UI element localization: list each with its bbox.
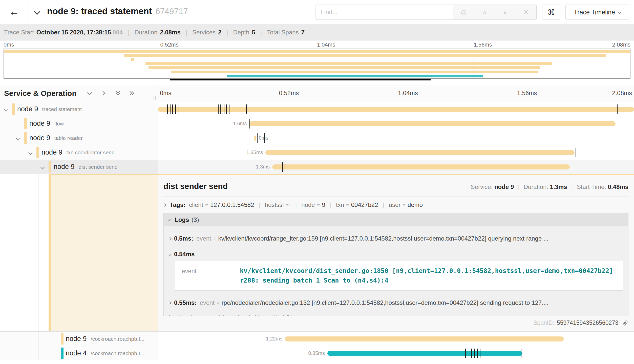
span-bar[interactable]	[327, 351, 522, 356]
summary-label: Trace Start	[4, 29, 34, 36]
span-name-cell[interactable]: node 9dist sender send	[0, 160, 158, 174]
log-field-value: kv/kvclient/kvcoord/range_iter.go:159 [n…	[218, 235, 548, 242]
find-input[interactable]	[315, 5, 453, 19]
span-name[interactable]: node 4/cockroach.roachpb.I...	[66, 346, 144, 360]
log-field-value: kv/kvclient/kvcoord/dist_sender.go:1850 …	[240, 266, 614, 285]
span-name-cell[interactable]: node 9table reader	[0, 131, 158, 145]
summary-separator: |	[186, 29, 187, 36]
span-name[interactable]: node 9traced statement	[17, 102, 82, 116]
find-clear-icon[interactable]: ✕	[523, 8, 529, 16]
indent-guide	[14, 174, 14, 331]
span-row[interactable]: node 9txn coordinator send1.35ms	[0, 145, 634, 160]
log-timestamp: 0.54ms	[174, 251, 195, 258]
collapse-one-icon[interactable]	[86, 90, 93, 97]
span-name[interactable]: node 9txn coordinator send	[41, 145, 115, 160]
minimap-axis-label: 1.04ms	[317, 41, 335, 48]
span-name-cell[interactable]: node 9/cockroach.roachpb.I...	[0, 332, 158, 346]
keyboard-shortcuts-button[interactable]: ⌘	[542, 5, 560, 20]
log-marker-tick	[187, 104, 187, 114]
span-rows-bottom: node 9/cockroach.roachpb.I...1.22msnode …	[0, 332, 634, 360]
span-row[interactable]: node 9traced statement	[0, 102, 634, 116]
minimap-scroll-track	[4, 79, 630, 82]
collapse-all-icon[interactable]	[114, 90, 122, 97]
span-name[interactable]: node 9/cockroach.roachpb.I...	[66, 332, 144, 346]
log-detail-card: eventkv/kvclient/kvcoord/dist_sender.go:…	[175, 261, 623, 291]
span-name[interactable]: node 9table reader	[29, 131, 83, 145]
span-bar[interactable]	[285, 336, 564, 341]
timeline-gridline	[277, 102, 277, 174]
span-bar[interactable]	[249, 121, 615, 126]
span-bar[interactable]	[272, 164, 570, 169]
span-row[interactable]: node 9dist sender send1.3ms	[0, 160, 634, 174]
span-row[interactable]: node 4/cockroach.roachpb.I...0.85ms	[0, 346, 634, 360]
trace-collapse-chevron-icon[interactable]	[34, 9, 40, 15]
header-divider	[29, 0, 29, 24]
log-marker-tick	[474, 349, 475, 358]
span-name[interactable]: node 9flow	[29, 116, 64, 131]
span-row[interactable]: node 9flow1.6ms	[0, 116, 634, 131]
span-toggle-chevron-icon[interactable]	[16, 136, 20, 141]
column-resize-grip[interactable]	[154, 96, 156, 100]
timeline-axis-label: 0ms	[160, 90, 171, 97]
log-entry[interactable]: 0.54ms	[169, 251, 623, 258]
tag-value: 9	[322, 201, 325, 208]
expand-one-icon[interactable]	[100, 90, 108, 97]
logs-entries: 0.5ms:event=kv/kvclient/kvcoord/range_it…	[164, 235, 628, 306]
span-name-cell[interactable]: node 4/cockroach.roachpb.I...	[0, 346, 158, 360]
log-marker-tick	[226, 104, 227, 114]
log-entry[interactable]: 0.55ms:event=rpc/nodedialer/nodedialer.g…	[169, 299, 623, 306]
span-bar[interactable]	[265, 150, 574, 155]
chevron-right-icon	[169, 237, 172, 240]
log-marker-tick	[179, 104, 179, 114]
span-row[interactable]: node 9table reader0ms	[0, 131, 634, 145]
span-name[interactable]: node 9dist sender send	[54, 160, 118, 174]
span-name-cell[interactable]: node 9traced statement	[0, 102, 158, 116]
find-group: ◎ ∧ ∨ ✕	[315, 5, 537, 20]
detail-top-accent	[49, 174, 634, 175]
expand-all-icon[interactable]	[128, 90, 136, 97]
span-bar[interactable]	[254, 136, 256, 141]
log-entry[interactable]: 0.5ms:event=kv/kvclient/kvcoord/range_it…	[169, 235, 623, 242]
log-equals: =	[213, 236, 216, 242]
minimap-canvas[interactable]	[4, 49, 630, 79]
span-toggle-chevron-icon[interactable]	[40, 165, 45, 169]
log-marker-tick	[328, 349, 328, 358]
span-name-cell[interactable]: node 9flow	[0, 116, 158, 131]
span-rows-top: node 9traced statementnode 9flow1.6msnod…	[0, 102, 634, 174]
span-row[interactable]: node 9/cockroach.roachpb.I...1.22ms	[0, 332, 634, 346]
timeline-axis-label: 1.56ms	[517, 90, 537, 97]
tag-key: txn	[336, 201, 344, 208]
span-name-cell[interactable]: node 9txn coordinator send	[0, 145, 158, 160]
span-operation-name: table reader	[54, 135, 83, 141]
view-selector-button[interactable]: Trace Timeline	[565, 5, 629, 20]
link-icon[interactable]	[622, 320, 628, 326]
log-marker-tick	[220, 104, 221, 114]
tag-separator: |	[259, 201, 260, 208]
log-marker-tick	[264, 133, 265, 143]
log-marker-tick	[246, 104, 247, 114]
chevron-right-icon	[169, 301, 172, 305]
view-selector-label: Trace Timeline	[574, 9, 615, 16]
timeline-gridline	[515, 85, 515, 102]
indent-guide	[2, 145, 2, 160]
minimap-range-scrollbar[interactable]	[170, 79, 430, 80]
timeline-gridline	[515, 332, 515, 360]
minimap-axis: 0ms0.52ms1.04ms1.56ms2.08ms	[0, 40, 634, 49]
locate-icon[interactable]: ◎	[461, 8, 467, 16]
service-operation-header: Service & Operation	[0, 85, 158, 102]
trace-summary: Trace StartOctober 15 2020, 17:38:15.084…	[0, 24, 634, 40]
find-prev-icon[interactable]: ∧	[482, 8, 487, 16]
back-button[interactable]: ←	[6, 4, 23, 20]
logs-header[interactable]: Logs (3)	[164, 213, 628, 226]
minimap-span-bar	[145, 62, 552, 65]
indent-guide	[14, 160, 14, 174]
tags-row[interactable]: Tags: client=127.0.0.1:54582|hostssl=|no…	[163, 201, 628, 208]
tag-equals: =	[286, 202, 289, 208]
span-color-bar	[12, 103, 15, 115]
span-toggle-chevron-icon[interactable]	[4, 108, 8, 112]
find-next-icon[interactable]: ∨	[503, 8, 508, 16]
tag-key: hostssl	[265, 201, 284, 208]
span-toggle-chevron-icon[interactable]	[28, 151, 33, 155]
summary-value: 2.08ms	[160, 29, 180, 36]
tag-key: client	[189, 201, 203, 208]
